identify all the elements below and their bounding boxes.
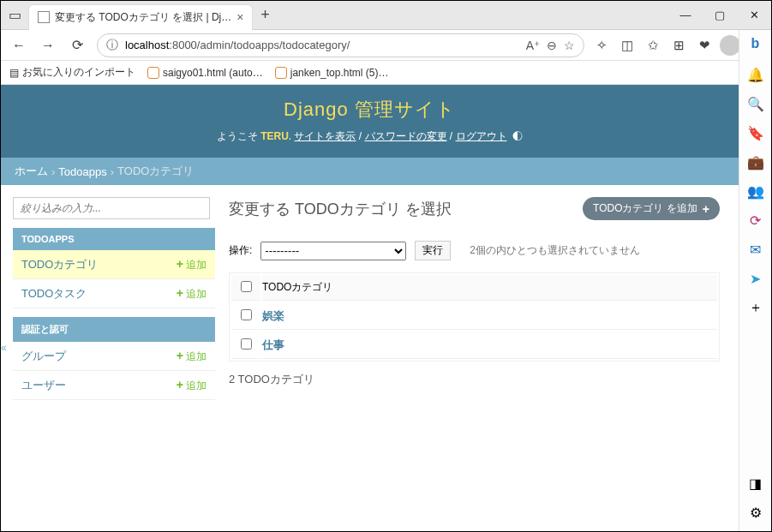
window-titlebar: ▭ 変更する TODOカテゴリ を選択 | Dj… × + — ▢ ✕ xyxy=(1,1,771,30)
object-link[interactable]: 娯楽 xyxy=(262,309,284,322)
close-window-button[interactable]: ✕ xyxy=(737,1,771,30)
model-row-group[interactable]: グループ 追加 xyxy=(13,342,215,371)
extension-icon[interactable]: ✧ xyxy=(591,35,612,56)
plus-icon: + xyxy=(703,202,709,216)
maximize-button[interactable]: ▢ xyxy=(703,1,737,30)
people-icon[interactable]: 👥 xyxy=(747,182,764,200)
breadcrumb-home[interactable]: ホーム xyxy=(15,164,48,179)
user-tools: ようこそ TERU. サイトを表示 / パスワードの変更 / ログアウト ◐ xyxy=(1,129,739,144)
tab-title: 変更する TODOカテゴリ を選択 | Dj… xyxy=(55,10,231,25)
search-icon[interactable]: 🔍 xyxy=(747,95,764,112)
site-title: Django 管理サイト xyxy=(1,97,739,123)
browser-tab[interactable]: 変更する TODOカテゴリ を選択 | Dj… × xyxy=(28,4,253,30)
forward-button[interactable]: → xyxy=(35,33,61,58)
sidebar-collapse-handle[interactable]: « xyxy=(1,342,7,354)
model-row-todotask[interactable]: TODOタスク 追加 xyxy=(13,279,215,308)
tag-icon[interactable]: 🔖 xyxy=(747,124,764,141)
sidebar-toggle-icon[interactable]: ◨ xyxy=(747,475,764,492)
add-link[interactable]: 追加 xyxy=(177,257,206,272)
username: TERU xyxy=(260,130,289,142)
action-label: 操作: xyxy=(229,243,252,258)
briefcase-icon[interactable]: 💼 xyxy=(747,153,764,170)
page-content: Django 管理サイト ようこそ TERU. サイトを表示 / パスワードの変… xyxy=(1,85,739,531)
profile-avatar[interactable] xyxy=(720,35,740,56)
nav-sidebar: TODOAPPS TODOカテゴリ 追加 TODOタスク 追加 認証と認可 グル… xyxy=(1,185,215,400)
app-module-todoapps: TODOAPPS TODOカテゴリ 追加 TODOタスク 追加 xyxy=(13,228,215,308)
model-link[interactable]: TODOカテゴリ xyxy=(21,257,98,272)
bookmarks-bar: ▤ お気に入りのインポート saigyo01.html (auto… janke… xyxy=(1,61,771,85)
breadcrumbs: ホーム › Todoapps › TODOカテゴリ xyxy=(1,158,739,185)
bookmark-icon xyxy=(147,67,159,79)
app-module-auth: 認証と認可 グループ 追加 ユーザー 追加 xyxy=(13,317,215,400)
close-tab-icon[interactable]: × xyxy=(236,10,243,24)
tab-actions-icon[interactable]: ▭ xyxy=(1,7,28,23)
url-text: localhost:8000/admin/todoapps/todocatego… xyxy=(125,39,350,51)
add-sidebar-icon[interactable]: ＋ xyxy=(747,299,764,316)
action-go-button[interactable]: 実行 xyxy=(415,241,451,260)
add-link[interactable]: 追加 xyxy=(177,286,206,302)
bookmark-item[interactable]: janken_top.html (5)… xyxy=(275,67,389,79)
row-checkbox[interactable] xyxy=(241,338,252,350)
edge-sidebar: b 🔔 🔍 🔖 💼 👥 ⟳ ✉ ➤ ＋ ◨ ⚙ xyxy=(739,30,771,531)
module-caption: TODOAPPS xyxy=(13,228,215,250)
model-link[interactable]: TODOタスク xyxy=(21,286,87,302)
breadcrumb-current: TODOカテゴリ xyxy=(117,164,194,179)
row-checkbox[interactable] xyxy=(241,309,252,320)
logout-link[interactable]: ログアウト xyxy=(456,130,507,142)
result-table: TODOカテゴリ 娯楽 仕事 xyxy=(229,272,720,362)
split-icon[interactable]: ◫ xyxy=(617,35,637,56)
bookmark-icon xyxy=(275,67,287,79)
favorites-icon[interactable]: ✩ xyxy=(643,35,663,56)
address-bar[interactable]: ⓘ localhost:8000/admin/todoapps/todocate… xyxy=(97,33,584,57)
site-info-icon[interactable]: ⓘ xyxy=(106,38,118,53)
column-header[interactable]: TODOカテゴリ xyxy=(262,275,717,301)
notification-icon[interactable]: 🔔 xyxy=(747,66,764,83)
refresh-icon[interactable]: ⟳ xyxy=(747,212,764,229)
select-all-checkbox[interactable] xyxy=(241,281,252,292)
result-count: 2 TODOカテゴリ xyxy=(229,372,720,387)
model-link[interactable]: グループ xyxy=(21,349,66,364)
add-object-button[interactable]: TODOカテゴリ を追加 + xyxy=(583,197,720,220)
model-row-user[interactable]: ユーザー 追加 xyxy=(13,371,215,400)
collections-icon[interactable]: ⊞ xyxy=(668,35,689,56)
page-title: 変更する TODOカテゴリ を選択 xyxy=(229,199,452,219)
reader-icon[interactable]: A⁺ xyxy=(526,39,540,52)
page-favicon xyxy=(38,11,50,23)
add-link[interactable]: 追加 xyxy=(177,349,206,364)
favorite-icon[interactable]: ☆ xyxy=(564,39,575,52)
breadcrumb-app[interactable]: Todoapps xyxy=(58,165,106,178)
sync-icon[interactable]: ❤ xyxy=(694,35,715,56)
import-favorites[interactable]: ▤ お気に入りのインポート xyxy=(9,65,135,80)
window-controls: — ▢ ✕ xyxy=(668,1,771,30)
minimize-button[interactable]: — xyxy=(668,1,703,30)
django-body: TODOAPPS TODOカテゴリ 追加 TODOタスク 追加 認証と認可 グル… xyxy=(1,185,739,400)
new-tab-button[interactable]: + xyxy=(253,6,277,24)
theme-toggle-icon[interactable]: ◐ xyxy=(512,130,523,142)
reload-button[interactable]: ⟳ xyxy=(64,33,90,58)
change-password-link[interactable]: パスワードの変更 xyxy=(365,130,447,142)
mail-icon[interactable]: ✉ xyxy=(747,241,764,258)
model-link[interactable]: ユーザー xyxy=(21,378,66,393)
selection-count: 2個の内ひとつも選択されていません xyxy=(470,243,640,258)
actions-bar: 操作: --------- 実行 2個の内ひとつも選択されていません xyxy=(229,241,720,260)
browser-toolbar: ← → ⟳ ⓘ localhost:8000/admin/todoapps/to… xyxy=(1,30,771,61)
add-link[interactable]: 追加 xyxy=(177,378,206,393)
view-site-link[interactable]: サイトを表示 xyxy=(294,130,356,142)
bing-icon[interactable]: b xyxy=(745,33,766,54)
module-caption: 認証と認可 xyxy=(13,317,215,342)
back-button[interactable]: ← xyxy=(6,33,32,58)
zoom-icon[interactable]: ⊖ xyxy=(547,39,557,52)
table-row: 仕事 xyxy=(231,332,717,359)
object-link[interactable]: 仕事 xyxy=(262,338,284,351)
settings-icon[interactable]: ⚙ xyxy=(747,504,764,521)
changelist: 変更する TODOカテゴリ を選択 TODOカテゴリ を追加 + 操作: ---… xyxy=(215,185,739,400)
model-row-todocategory[interactable]: TODOカテゴリ 追加 xyxy=(13,250,215,279)
bookmark-item[interactable]: saigyo01.html (auto… xyxy=(147,67,263,79)
table-row: 娯楽 xyxy=(231,302,717,330)
filter-input[interactable] xyxy=(13,197,210,219)
django-header: Django 管理サイト ようこそ TERU. サイトを表示 / パスワードの変… xyxy=(1,85,739,158)
send-icon[interactable]: ➤ xyxy=(747,270,764,287)
action-select[interactable]: --------- xyxy=(260,242,406,260)
